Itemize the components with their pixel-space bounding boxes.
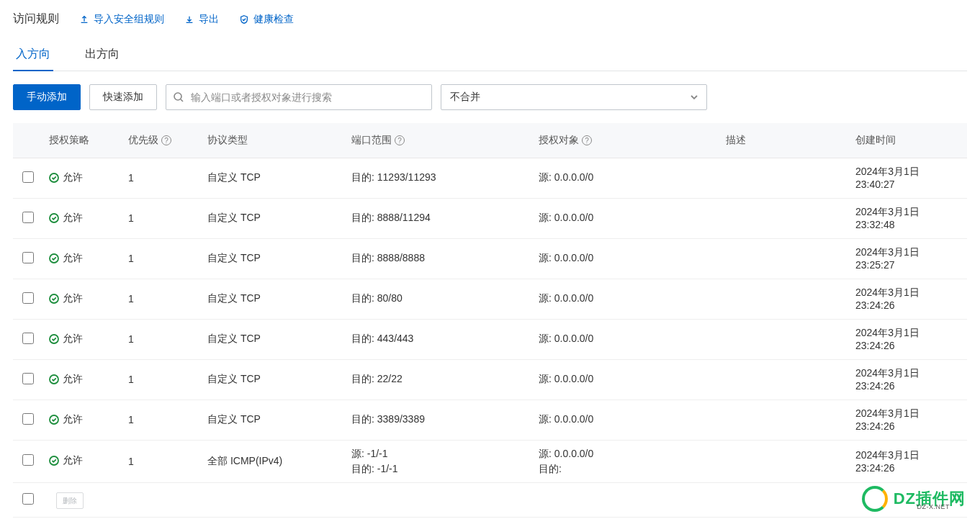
col-created: 创建时间 — [850, 123, 967, 158]
policy-badge: 允许 — [49, 212, 83, 225]
tab-outbound[interactable]: 出方向 — [82, 40, 122, 71]
col-target: 授权对象? — [533, 123, 720, 158]
cell-port: 源: -1/-1目的: -1/-1 — [346, 440, 533, 482]
select-all-checkbox[interactable] — [22, 493, 34, 505]
table-row: 允许1自定义 TCP目的: 22/22源: 0.0.0.0/02024年3月1日… — [13, 359, 967, 400]
table-row: 允许1全部 ICMP(IPv4)源: -1/-1目的: -1/-1源: 0.0.… — [13, 440, 967, 482]
row-checkbox[interactable] — [22, 333, 34, 344]
cell-target: 源: 0.0.0.0/0 — [533, 400, 720, 440]
cell-port: 目的: 80/80 — [346, 279, 533, 319]
manual-add-button[interactable]: 手动添加 — [13, 84, 81, 110]
check-circle-icon — [49, 213, 59, 223]
policy-badge: 允许 — [49, 333, 83, 346]
table-row: 允许1自定义 TCP目的: 11293/11293源: 0.0.0.0/0202… — [13, 158, 967, 198]
cell-desc — [720, 238, 850, 279]
quick-add-button[interactable]: 快速添加 — [89, 84, 157, 110]
policy-badge: 允许 — [49, 292, 83, 305]
export-rules-link[interactable]: 导出 — [184, 13, 219, 26]
svg-point-0 — [174, 93, 181, 100]
search-icon — [173, 91, 184, 103]
check-circle-icon — [49, 253, 59, 263]
cell-port: 目的: 22/22 — [346, 359, 533, 400]
row-checkbox[interactable] — [22, 171, 34, 183]
chevron-down-icon — [690, 93, 698, 101]
policy-text: 允许 — [63, 171, 83, 184]
cell-desc — [720, 198, 850, 238]
policy-text: 允许 — [63, 333, 83, 346]
cell-protocol: 全部 ICMP(IPv4) — [202, 440, 346, 482]
cell-priority: 1 — [122, 158, 202, 198]
cell-created: 2024年3月1日 23:24:26 — [850, 319, 967, 359]
cell-priority: 1 — [122, 400, 202, 440]
cell-protocol: 自定义 TCP — [202, 198, 346, 238]
cell-created: 2024年3月1日 23:25:27 — [850, 238, 967, 279]
cell-desc — [720, 440, 850, 482]
cell-protocol: 自定义 TCP — [202, 238, 346, 279]
cell-protocol: 自定义 TCP — [202, 279, 346, 319]
col-priority: 优先级? — [122, 123, 202, 158]
row-checkbox[interactable] — [22, 373, 34, 384]
cell-created: 2024年3月1日 23:32:48 — [850, 198, 967, 238]
row-checkbox[interactable] — [22, 212, 34, 223]
col-desc: 描述 — [720, 123, 850, 158]
help-icon[interactable]: ? — [395, 135, 405, 145]
cell-protocol: 自定义 TCP — [202, 319, 346, 359]
policy-badge: 允许 — [49, 413, 83, 426]
check-circle-icon — [49, 334, 59, 344]
cell-created: 2024年3月1日 23:24:26 — [850, 279, 967, 319]
check-circle-icon — [49, 294, 59, 304]
cell-priority: 1 — [122, 279, 202, 319]
cell-port: 目的: 8888/11294 — [346, 198, 533, 238]
cell-desc — [720, 279, 850, 319]
col-policy: 授权策略 — [43, 123, 122, 158]
cell-created: 2024年3月1日 23:24:26 — [850, 359, 967, 400]
table-footer-row: 删除 — [13, 482, 967, 517]
cell-target: 源: 0.0.0.0/0 — [533, 279, 720, 319]
cell-created: 2024年3月1日 23:24:26 — [850, 400, 967, 440]
row-checkbox[interactable] — [22, 413, 34, 425]
help-icon[interactable]: ? — [582, 135, 592, 145]
import-rules-link[interactable]: 导入安全组规则 — [79, 13, 164, 26]
download-icon — [184, 14, 194, 24]
cell-target: 源: 0.0.0.0/0 — [533, 158, 720, 198]
rules-table: 授权策略 优先级? 协议类型 端口范围? 授权对象? 描述 创建时间 允许1自定… — [13, 123, 967, 518]
policy-text: 允许 — [63, 373, 83, 386]
col-port: 端口范围? — [346, 123, 533, 158]
table-row: 允许1自定义 TCP目的: 443/443源: 0.0.0.0/02024年3月… — [13, 319, 967, 359]
cell-priority: 1 — [122, 319, 202, 359]
cell-created: 2024年3月1日 23:40:27 — [850, 158, 967, 198]
cell-target: 源: 0.0.0.0/0 — [533, 238, 720, 279]
cell-priority: 1 — [122, 440, 202, 482]
policy-text: 允许 — [63, 454, 83, 467]
cell-protocol: 自定义 TCP — [202, 359, 346, 400]
cell-port: 目的: 3389/3389 — [346, 400, 533, 440]
policy-text: 允许 — [63, 413, 83, 426]
merge-select[interactable]: 不合并 — [441, 84, 707, 110]
check-circle-icon — [49, 173, 59, 183]
table-row: 允许1自定义 TCP目的: 8888/11294源: 0.0.0.0/02024… — [13, 198, 967, 238]
row-checkbox[interactable] — [22, 292, 34, 304]
cell-priority: 1 — [122, 198, 202, 238]
merge-select-value: 不合并 — [450, 91, 480, 104]
policy-badge: 允许 — [49, 252, 83, 265]
toolbar: 手动添加 快速添加 不合并 — [13, 84, 967, 110]
cell-port: 目的: 8888/8888 — [346, 238, 533, 279]
cell-priority: 1 — [122, 238, 202, 279]
table-row: 允许1自定义 TCP目的: 80/80源: 0.0.0.0/02024年3月1日… — [13, 279, 967, 319]
health-check-link[interactable]: 健康检查 — [239, 13, 294, 26]
policy-text: 允许 — [63, 252, 83, 265]
bulk-delete-button[interactable]: 删除 — [56, 492, 84, 509]
row-checkbox[interactable] — [22, 454, 34, 466]
search-input[interactable] — [166, 84, 432, 110]
cell-priority: 1 — [122, 359, 202, 400]
upload-icon — [79, 14, 89, 24]
row-checkbox[interactable] — [22, 252, 34, 263]
help-icon[interactable]: ? — [161, 135, 171, 145]
import-label: 导入安全组规则 — [94, 13, 164, 26]
check-circle-icon — [49, 374, 59, 384]
table-header-row: 授权策略 优先级? 协议类型 端口范围? 授权对象? 描述 创建时间 — [13, 123, 967, 158]
table-row: 允许1自定义 TCP目的: 3389/3389源: 0.0.0.0/02024年… — [13, 400, 967, 440]
tab-inbound[interactable]: 入方向 — [13, 40, 53, 71]
col-protocol: 协议类型 — [202, 123, 346, 158]
check-circle-icon — [49, 415, 59, 425]
